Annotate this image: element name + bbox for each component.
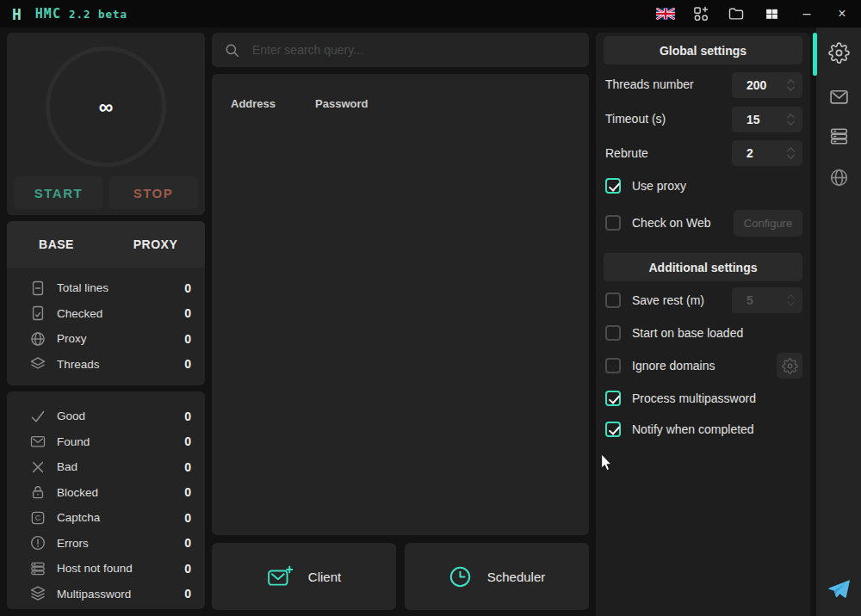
stop-button[interactable]: STOP (108, 176, 198, 209)
client-button-label: Client (308, 570, 341, 584)
folder-icon[interactable] (727, 4, 746, 23)
scheduler-button-label: Scheduler (487, 570, 546, 584)
threads-number-value: 200 (746, 78, 766, 92)
ignore-domains-row[interactable]: Ignore domains (605, 358, 801, 373)
check-on-web-checkbox[interactable] (605, 215, 621, 231)
stat-row-proxy: Proxy 0 (7, 326, 205, 352)
additional-settings-header: Additional settings (604, 253, 802, 281)
minimize-button[interactable]: – (797, 4, 816, 23)
app-title: HMC (35, 6, 61, 22)
ignore-domains-configure-button[interactable] (777, 353, 802, 379)
app-logo: H (12, 5, 22, 23)
process-multipassword-row[interactable]: Process multipassword (605, 391, 801, 406)
gear-icon (782, 358, 798, 374)
use-proxy-label: Use proxy (632, 179, 686, 193)
result-stats-panel: Good 0 Found 0 Bad 0 Blocked 0 (7, 391, 205, 609)
use-proxy-row[interactable]: Use proxy (605, 178, 801, 194)
client-button[interactable]: Client (212, 543, 396, 610)
stat-value: 0 (184, 562, 191, 576)
language-flag-uk-icon[interactable] (656, 4, 675, 23)
stat-value: 0 (184, 332, 191, 346)
process-multipassword-label: Process multipassword (632, 391, 756, 405)
timeout-value: 15 (746, 113, 760, 126)
stat-label: Good (57, 410, 85, 422)
stat-row-captcha: C Captcha 0 (7, 505, 205, 531)
start-on-base-row[interactable]: Start on base loaded (605, 325, 801, 341)
globe-icon (29, 330, 46, 348)
ignore-domains-checkbox[interactable] (605, 358, 621, 373)
tab-base[interactable]: BASE (7, 221, 106, 268)
close-button[interactable]: × (833, 4, 852, 23)
stat-label: Captcha (57, 511, 100, 524)
use-proxy-checkbox[interactable] (605, 178, 621, 194)
search-input[interactable] (252, 43, 577, 57)
stat-label: Bad (57, 460, 77, 473)
stat-label: Checked (57, 307, 102, 320)
base-stats-panel: BASE PROXY Total lines 0 Checked 0 Proxy… (7, 221, 205, 385)
notify-completed-checkbox[interactable] (605, 422, 621, 437)
rebrute-value: 2 (746, 146, 753, 160)
nav-mail-item[interactable] (828, 86, 850, 108)
infinity-symbol: ∞ (99, 95, 113, 119)
nav-database-item[interactable] (828, 126, 850, 147)
svg-text:C: C (35, 514, 41, 522)
stat-row-total-lines: Total lines 0 (7, 275, 205, 301)
scheduler-button[interactable]: Scheduler (405, 543, 589, 610)
file-icon (29, 280, 46, 297)
start-button[interactable]: START (14, 176, 103, 209)
gear-icon (828, 42, 850, 64)
rebrute-spinner[interactable]: 2 (732, 140, 802, 166)
stat-label: Threads (57, 358, 100, 371)
configure-button[interactable]: Configure (734, 210, 802, 237)
stat-value: 0 (184, 434, 191, 448)
titlebar-actions: – × (656, 4, 861, 23)
lock-icon (29, 484, 46, 501)
stat-value: 0 (184, 460, 191, 474)
save-rest-checkbox[interactable] (605, 293, 621, 308)
add-widget-icon[interactable] (691, 4, 710, 23)
stat-label: Proxy (57, 332, 87, 345)
stat-value: 0 (184, 536, 191, 550)
layers-icon (29, 355, 46, 373)
titlebar: H HMC 2.2 beta (0, 0, 861, 28)
process-multipassword-checkbox[interactable] (605, 391, 621, 406)
stat-label: Errors (57, 537, 89, 550)
column-address[interactable]: Address (231, 97, 276, 110)
results-table[interactable]: Address Password (212, 74, 589, 535)
stat-row-threads: Threads 0 (7, 352, 205, 378)
stat-label: Host not found (57, 562, 133, 575)
spinner-arrows-icon (786, 292, 796, 309)
windows-logo-icon[interactable] (762, 4, 781, 23)
mail-icon (828, 86, 850, 108)
threads-number-spinner[interactable]: 200 (732, 72, 802, 98)
search-bar (212, 33, 589, 67)
nav-settings-item[interactable] (828, 42, 850, 64)
stat-row-good: Good 0 (7, 403, 205, 429)
ignore-domains-label: Ignore domains (632, 359, 715, 373)
nav-web-item[interactable] (828, 167, 850, 188)
timeout-label: Timeout (s) (605, 112, 666, 126)
threads-number-label: Threads number (605, 77, 694, 91)
stat-row-bad: Bad 0 (7, 454, 205, 480)
check-icon (29, 408, 46, 425)
stat-label: Blocked (57, 486, 98, 499)
tab-proxy[interactable]: PROXY (106, 221, 205, 268)
start-on-base-checkbox[interactable] (605, 325, 621, 341)
captcha-icon: C (29, 509, 46, 527)
telegram-button[interactable] (827, 577, 851, 600)
stat-value: 0 (184, 306, 191, 320)
stat-value: 0 (184, 587, 191, 601)
stat-value: 0 (184, 410, 191, 423)
stat-row-found: Found 0 (7, 429, 205, 455)
notify-completed-row[interactable]: Notify when completed (605, 422, 801, 437)
spinner-arrows-icon[interactable] (786, 111, 796, 128)
spinner-arrows-icon[interactable] (786, 145, 796, 162)
error-icon (29, 534, 46, 551)
timeout-spinner[interactable]: 15 (732, 107, 802, 132)
start-on-base-label: Start on base loaded (632, 326, 743, 340)
save-rest-label: Save rest (m) (632, 293, 704, 307)
spinner-arrows-icon[interactable] (786, 77, 796, 94)
stat-row-checked: Checked 0 (7, 301, 205, 327)
column-password[interactable]: Password (315, 97, 368, 110)
server-icon (29, 560, 46, 577)
